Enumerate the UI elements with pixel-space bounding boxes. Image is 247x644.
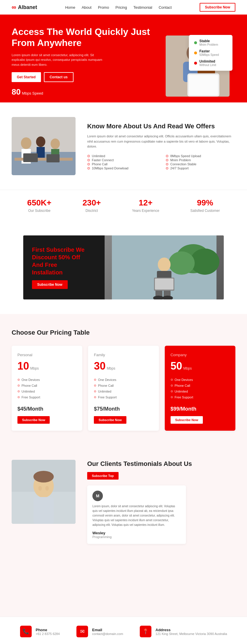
nav-pricing[interactable]: Pricing bbox=[115, 5, 127, 10]
promo-discount: Discount 50% bbox=[32, 254, 70, 260]
pricing-personal-features: One Devices Phone Call Unlimited Free Su… bbox=[17, 377, 76, 400]
feature-phone-call: Phone Call bbox=[94, 383, 153, 388]
contact-email-value: contact@domain.com bbox=[92, 632, 123, 636]
nav-subscribe-button[interactable]: Subscribe Now bbox=[200, 3, 235, 12]
footer-contact: 📞 Phone +61 2 8375 6284 ✉ Email contact@… bbox=[0, 617, 247, 644]
pricing-family-unit: Mbps bbox=[107, 366, 115, 370]
pricing-card-personal: Personal 10 Mbps One Devices Phone Call … bbox=[12, 346, 82, 431]
feature-one-devices: One Devices bbox=[171, 377, 230, 383]
stats-section: 650K+ Our Subscribe 230+ Disctrict 12+ Y… bbox=[0, 190, 247, 221]
stat-district-label: Disctrict bbox=[83, 209, 101, 213]
feature-faster-label: Faster bbox=[199, 49, 219, 53]
svg-rect-16 bbox=[23, 153, 38, 162]
svg-point-37 bbox=[45, 486, 49, 491]
stat-experience-number: 12+ bbox=[132, 198, 159, 207]
feature-stable-sub: Mnim Problem bbox=[199, 43, 218, 46]
pricing-cards: Personal 10 Mbps One Devices Phone Call … bbox=[12, 346, 235, 431]
hero-content: Access The World Quickly Just From Anywh… bbox=[12, 23, 166, 97]
about-description: Lorem ipsum dolor sit amet consectetur a… bbox=[87, 134, 235, 149]
logo-icon: ∞ bbox=[12, 3, 16, 11]
hero-image-area: Stable Mnim Problem Faster 50Mbps Speed … bbox=[166, 23, 235, 97]
feature-unlimited-text: Unlimited bbox=[92, 154, 105, 158]
stat-subscribe: 650K+ Our Subscribe bbox=[27, 198, 51, 213]
contact-phone-label: Phone bbox=[36, 628, 60, 632]
pricing-company-price: 50 Mbps bbox=[171, 360, 230, 372]
feature-faster-sub: 50Mbps Speed bbox=[199, 53, 219, 56]
feature-phone-call: Phone Call bbox=[17, 383, 76, 388]
empty-space bbox=[0, 558, 247, 617]
pricing-family-number: 30 bbox=[94, 360, 105, 372]
phone-icon: 📞 bbox=[20, 626, 32, 637]
pricing-personal-type: Personal bbox=[17, 353, 76, 357]
feature-phone-call-text: Phone Call bbox=[92, 162, 108, 166]
feature-unlimited: Unlimited Without Limit bbox=[194, 59, 227, 67]
feature-mnim-problem: ⊙ Mnim Problem bbox=[166, 158, 235, 162]
testimonial-name: Wesley bbox=[92, 531, 181, 535]
feature-unlimited: Unlimited bbox=[171, 388, 230, 394]
nav-about[interactable]: About bbox=[82, 5, 92, 10]
nav-links: Home About Promo Pricing Testimonial Con… bbox=[65, 5, 172, 10]
contact-email: ✉ Email contact@domain.com bbox=[76, 626, 123, 637]
about-feature-col-right: ⊙ 8Mbps Speed Upload ⊙ Mnim Problem ⊙ Co… bbox=[166, 154, 235, 170]
nav-promo[interactable]: Promo bbox=[98, 5, 109, 10]
get-started-button[interactable]: Get Started bbox=[12, 72, 41, 82]
contact-phone: 📞 Phone +61 2 8375 6284 bbox=[20, 626, 60, 637]
check-icon: ⊙ bbox=[166, 154, 169, 158]
pricing-company-unit: Mbps bbox=[183, 366, 192, 370]
svg-rect-17 bbox=[46, 154, 60, 162]
feature-free-support: Free Support bbox=[171, 394, 230, 400]
feature-unlimited: Unlimited bbox=[17, 388, 76, 394]
stat-experience: 12+ Years Experience bbox=[132, 198, 159, 213]
svg-point-22 bbox=[158, 258, 171, 272]
feature-unlimited: ⊙ Unlimited bbox=[87, 154, 157, 158]
nav-contact[interactable]: Contact bbox=[159, 5, 172, 10]
contact-address-value: 121 King Street, Melbourne Victoria 3090… bbox=[155, 632, 227, 636]
svg-point-9 bbox=[21, 137, 31, 149]
feature-speed-upload-text: 8Mbps Speed Upload bbox=[170, 154, 201, 158]
promo-image bbox=[105, 235, 224, 299]
feature-faster-connect: ⊙ Faster Connect bbox=[87, 158, 157, 162]
promo-title: First Subscribe We Discount 50% OffAnd F… bbox=[32, 246, 96, 276]
testimonial-avatar: M bbox=[92, 491, 103, 501]
email-icon: ✉ bbox=[76, 626, 88, 637]
contact-phone-info: Phone +61 2 8375 6284 bbox=[36, 628, 60, 636]
family-subscribe-button[interactable]: Subscribe Now bbox=[94, 416, 126, 424]
stat-subscribe-label: Our Subscribe bbox=[27, 209, 51, 213]
check-icon: ⊙ bbox=[166, 162, 169, 166]
contact-email-info: Email contact@domain.com bbox=[92, 628, 123, 636]
stat-district: 230+ Disctrict bbox=[83, 198, 101, 213]
feature-247-support-text: 24/7 Support bbox=[170, 166, 189, 170]
promo-wrapper: First Subscribe We Discount 50% OffAnd F… bbox=[0, 221, 247, 299]
feature-mnim-problem-text: Mnim Problem bbox=[170, 158, 191, 162]
pricing-company-month: $99/Month bbox=[171, 406, 230, 412]
feature-speed-download-text: 10Mbps Speed Donwload bbox=[92, 166, 128, 170]
svg-rect-27 bbox=[155, 278, 173, 290]
feature-unlimited: Unlimited bbox=[94, 388, 153, 394]
company-subscribe-button[interactable]: Subscribe Now bbox=[171, 416, 203, 424]
pricing-company-number: 50 bbox=[171, 360, 182, 372]
unlimited-dot bbox=[194, 62, 197, 65]
logo: ∞ Albanet bbox=[12, 3, 37, 11]
svg-point-36 bbox=[38, 486, 42, 491]
feature-stable-label: Stable bbox=[199, 39, 218, 43]
navbar: ∞ Albanet Home About Promo Pricing Testi… bbox=[0, 0, 247, 15]
nav-home[interactable]: Home bbox=[65, 5, 75, 10]
pricing-section: Choose Our Pricing Table Personal 10 Mbp… bbox=[0, 314, 247, 445]
speed-number: 80 bbox=[12, 87, 21, 96]
contact-button[interactable]: Contact us bbox=[44, 72, 74, 82]
promo-subscribe-button[interactable]: Subscribe Now bbox=[32, 280, 68, 289]
subscribe-top-button[interactable]: Subscribe Top bbox=[87, 472, 119, 480]
pricing-family-features: One Devices Phone Call Unlimited Free Su… bbox=[94, 377, 153, 400]
hero-buttons: Get Started Contact us bbox=[12, 72, 166, 82]
contact-address-info: Address 121 King Street, Melbourne Victo… bbox=[155, 628, 227, 636]
feature-247-support: ⊙ 24/7 Support bbox=[166, 166, 235, 170]
feature-free-support: Free Support bbox=[94, 394, 153, 400]
nav-testimonial[interactable]: Testimonial bbox=[133, 5, 152, 10]
pricing-card-company: Company 50 Mbps One Devices Phone Call U… bbox=[165, 346, 235, 431]
pricing-personal-price: 10 Mbps bbox=[17, 360, 76, 372]
personal-subscribe-button[interactable]: Subscribe Now bbox=[17, 416, 50, 424]
contact-address-label: Address bbox=[155, 628, 227, 632]
faster-dot bbox=[194, 52, 197, 54]
testimonial-role: Programming bbox=[92, 535, 181, 539]
contact-email-label: Email bbox=[92, 628, 123, 632]
